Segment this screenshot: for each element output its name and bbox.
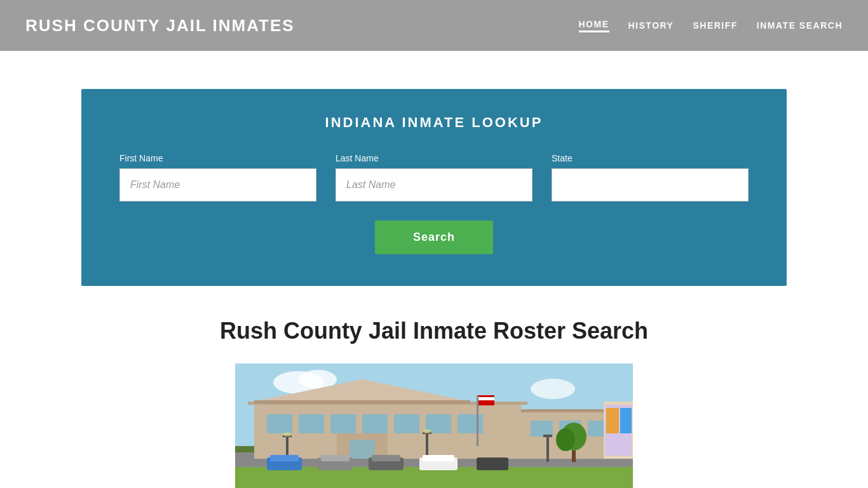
inmate-lookup-section: INDIANA INMATE LOOKUP First Name Last Na… xyxy=(81,89,787,286)
main-nav: HOME HISTORY SHERIFF INMATE SEARCH xyxy=(579,19,843,32)
svg-rect-36 xyxy=(478,400,494,403)
svg-point-52 xyxy=(556,428,575,451)
svg-rect-20 xyxy=(531,421,553,437)
svg-rect-10 xyxy=(254,400,470,403)
building-image xyxy=(235,363,633,488)
last-name-label: Last Name xyxy=(336,153,532,163)
nav-inmate-search[interactable]: INMATE SEARCH xyxy=(757,20,843,30)
svg-rect-11 xyxy=(267,414,292,433)
svg-rect-35 xyxy=(478,397,494,400)
svg-rect-19 xyxy=(521,409,616,412)
search-button[interactable]: Search xyxy=(375,220,493,254)
svg-rect-12 xyxy=(299,414,324,433)
first-name-label: First Name xyxy=(119,153,316,163)
svg-point-3 xyxy=(531,379,575,399)
search-form: First Name Last Name State Indiana xyxy=(119,153,749,201)
svg-rect-31 xyxy=(546,437,549,462)
sub-header-spacer xyxy=(0,51,868,89)
last-name-input[interactable] xyxy=(336,168,532,201)
svg-rect-32 xyxy=(543,435,552,437)
svg-rect-44 xyxy=(423,455,454,461)
svg-rect-24 xyxy=(349,440,375,459)
svg-rect-13 xyxy=(330,414,356,433)
search-button-wrapper: Search xyxy=(119,220,749,254)
first-name-input[interactable] xyxy=(119,168,316,201)
svg-point-30 xyxy=(423,430,431,433)
lookup-title: INDIANA INMATE LOOKUP xyxy=(119,114,749,131)
site-title: RUSH COUNTY JAIL INMATES xyxy=(25,16,295,36)
svg-rect-17 xyxy=(458,414,483,433)
site-header: RUSH COUNTY JAIL INMATES HOME HISTORY SH… xyxy=(0,0,868,51)
main-content: Rush County Jail Inmate Roster Search xyxy=(0,286,868,488)
state-group: State Indiana xyxy=(552,153,749,201)
state-input[interactable]: Indiana xyxy=(552,168,749,201)
svg-rect-45 xyxy=(477,458,508,470)
svg-point-27 xyxy=(283,433,292,437)
svg-rect-42 xyxy=(372,455,400,461)
svg-rect-33 xyxy=(477,395,478,446)
last-name-group: Last Name xyxy=(336,153,532,201)
roster-title: Rush County Jail Inmate Roster Search xyxy=(25,318,843,344)
nav-history[interactable]: HISTORY xyxy=(628,20,674,30)
svg-rect-14 xyxy=(362,414,388,433)
state-label: State xyxy=(552,153,749,163)
svg-rect-15 xyxy=(394,414,419,433)
svg-rect-48 xyxy=(606,408,619,433)
svg-rect-38 xyxy=(270,455,299,461)
nav-sheriff[interactable]: SHERIFF xyxy=(693,20,737,30)
building-svg xyxy=(235,363,633,488)
svg-rect-40 xyxy=(321,455,349,461)
svg-rect-49 xyxy=(620,408,632,433)
first-name-group: First Name xyxy=(119,153,316,201)
nav-home[interactable]: HOME xyxy=(579,19,609,32)
